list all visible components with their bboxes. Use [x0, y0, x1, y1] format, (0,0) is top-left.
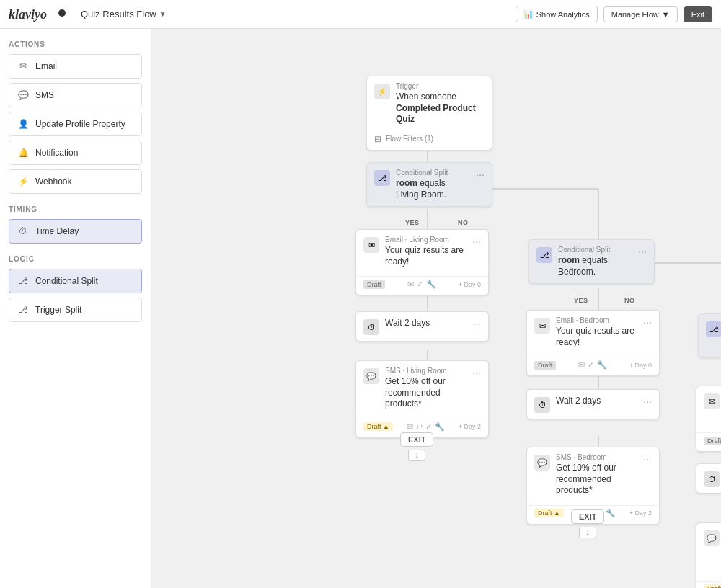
email-living-action2[interactable]: ✓ — [417, 280, 423, 289]
exit-button[interactable]: Exit — [684, 6, 712, 22]
split2-node[interactable]: ⎇ Conditional Split room equals Bedroom.… — [528, 239, 655, 284]
split1-node[interactable]: ⎇ Conditional Split room equals Living R… — [366, 162, 492, 207]
time-delay-icon: ⏱ — [17, 225, 30, 238]
profile-icon: 👤 — [17, 117, 30, 130]
sms-kitchen-icon: 💬 — [704, 530, 720, 546]
email-kitchen-badge: Draft — [704, 437, 721, 445]
sms-living-node[interactable]: 💬 SMS · Living Room Get 10% off our reco… — [355, 360, 489, 438]
email-bedroom-a2[interactable]: ✓ — [588, 360, 594, 370]
wait2-icon: ⏱ — [534, 397, 550, 413]
flow-title[interactable]: Quiz Results Flow ▼ — [81, 9, 167, 19]
svg-text:klaviyo: klaviyo — [9, 7, 47, 22]
sms-bedroom-more[interactable]: ··· — [643, 453, 652, 465]
email-bedroom-title: Your quiz results are ready! — [556, 326, 637, 348]
trigger-title: When someone Completed Product Quiz — [396, 92, 485, 125]
split1-label: Conditional Split — [396, 169, 470, 177]
split3-node[interactable]: ⎇ Conditional Split room equals Kitchen.… — [698, 313, 721, 358]
trigger-split-icon: ⎇ — [17, 303, 30, 316]
email-bedroom-more[interactable]: ··· — [643, 316, 652, 328]
sidebar-item-sms[interactable]: 💬 SMS — [9, 83, 142, 107]
flow-filter[interactable]: ⊟ Flow Filters (1) — [367, 131, 492, 150]
sms-living-icon: 💬 — [363, 368, 379, 384]
conditional-split-icon: ⎇ — [17, 275, 30, 288]
email-kitchen-node[interactable]: ✉ Email · Kitchen Your quiz results are … — [696, 386, 721, 452]
sms-living-label: SMS · Living Room — [385, 367, 466, 375]
timing-section: TIMING ⏱ Time Delay — [9, 205, 142, 244]
sidebar-item-webhook[interactable]: ⚡ Webhook — [9, 169, 142, 194]
wait1-title: Wait 2 days — [385, 318, 466, 329]
email-living-day: + Day 0 — [459, 281, 481, 288]
wait2-more[interactable]: ··· — [643, 396, 652, 407]
sidebar-item-email[interactable]: ✉ Email — [9, 54, 142, 79]
sms-icon: 💬 — [17, 89, 30, 102]
sms-kitchen-badge: Draft ▲ — [704, 584, 721, 588]
wait3-node[interactable]: ⏱ Wait 2 days ··· — [696, 463, 721, 494]
email-bedroom-node[interactable]: ✉ Email · Bedroom Your quiz results are … — [526, 310, 660, 376]
exit1-arrow: ⤓ — [408, 450, 425, 461]
sms-bedroom-day: + Day 2 — [629, 509, 652, 517]
email-bedroom-day: + Day 0 — [629, 362, 652, 369]
exit1-node[interactable]: EXIT ⤓ — [400, 432, 433, 461]
email-bedroom-a3[interactable]: 🔧 — [597, 360, 607, 370]
canvas[interactable]: ⚡ Trigger When someone Completed Product… — [151, 29, 721, 588]
sidebar-item-conditional-split[interactable]: ⎇ Conditional Split — [9, 269, 142, 293]
exit2-box: EXIT — [571, 509, 604, 524]
sms-living-more[interactable]: ··· — [472, 367, 481, 378]
wait2-title: Wait 2 days — [556, 396, 637, 407]
email-living-title: Your quiz results are ready! — [385, 245, 466, 267]
sms-living-action1[interactable]: ✉ — [407, 422, 413, 432]
actions-section: ACTIONS ✉ Email 💬 SMS 👤 Update Profile P… — [9, 40, 142, 194]
logic-section: LOGIC ⎇ Conditional Split ⎇ Trigger Spli… — [9, 255, 142, 322]
split2-icon: ⎇ — [536, 247, 552, 263]
filter-icon: ⊟ — [374, 134, 381, 144]
split2-no-label: NO — [624, 297, 635, 304]
show-analytics-button[interactable]: 📊 Show Analytics — [516, 6, 598, 22]
email-bedroom-a1[interactable]: ✉ — [578, 360, 585, 370]
manage-flow-button[interactable]: Manage Flow ▼ — [603, 6, 678, 22]
wait2-node[interactable]: ⏱ Wait 2 days ··· — [526, 389, 660, 419]
split2-condition: room equals Bedroom. — [558, 255, 632, 277]
sidebar-item-time-delay[interactable]: ⏱ Time Delay — [9, 219, 142, 244]
sidebar-item-update-profile[interactable]: 👤 Update Profile Property — [9, 112, 142, 136]
canvas-inner: ⚡ Trigger When someone Completed Product… — [166, 43, 721, 588]
wait1-more[interactable]: ··· — [472, 318, 481, 329]
sms-bedroom-a4[interactable]: 🔧 — [606, 509, 616, 518]
email-living-more[interactable]: ··· — [472, 236, 481, 247]
actions-title: ACTIONS — [9, 40, 142, 48]
sms-living-action3[interactable]: ✓ — [425, 422, 432, 432]
trigger-node[interactable]: ⚡ Trigger When someone Completed Product… — [366, 76, 492, 151]
sidebar: ACTIONS ✉ Email 💬 SMS 👤 Update Profile P… — [0, 29, 151, 588]
exit2-arrow: ⤓ — [579, 527, 596, 538]
svg-point-1 — [58, 9, 66, 17]
sms-bedroom-icon: 💬 — [534, 455, 550, 471]
timing-title: TIMING — [9, 205, 142, 213]
sms-bedroom-title: Get 10% off our recommended products* — [556, 463, 637, 496]
sms-living-action4[interactable]: 🔧 — [435, 422, 445, 432]
sidebar-item-trigger-split[interactable]: ⎇ Trigger Split — [9, 298, 142, 322]
sidebar-item-notification[interactable]: 🔔 Notification — [9, 141, 142, 165]
wait1-icon: ⏱ — [363, 319, 379, 335]
split1-no-label: NO — [458, 219, 469, 226]
wait1-node[interactable]: ⏱ Wait 2 days ··· — [355, 311, 489, 342]
split1-condition: room equals Living Room. — [396, 178, 470, 200]
exit2-node[interactable]: EXIT ⤓ — [571, 509, 604, 538]
split1-icon: ⎇ — [374, 170, 390, 186]
analytics-icon: 📊 — [523, 9, 534, 19]
sms-kitchen-node[interactable]: 💬 SMS · Kitchen Get 10% off our recommen… — [696, 522, 721, 588]
email-living-action3[interactable]: 🔧 — [426, 280, 436, 289]
sms-living-action2[interactable]: ↩ — [416, 422, 423, 432]
notification-icon: 🔔 — [17, 146, 30, 159]
sms-bedroom-label: SMS · Bedroom — [556, 453, 637, 461]
topbar-right: 📊 Show Analytics Manage Flow ▼ Exit — [516, 6, 712, 22]
split3-icon: ⎇ — [706, 321, 721, 337]
email-icon: ✉ — [17, 60, 30, 73]
email-living-action1[interactable]: ✉ — [407, 280, 414, 289]
sms-living-title: Get 10% off our recommended products* — [385, 376, 466, 410]
split2-label: Conditional Split — [558, 246, 632, 254]
email-living-label: Email · Living Room — [385, 236, 466, 244]
split2-more[interactable]: ··· — [638, 246, 647, 257]
main-layout: ACTIONS ✉ Email 💬 SMS 👤 Update Profile P… — [0, 29, 721, 588]
split1-more[interactable]: ··· — [476, 169, 485, 180]
email-living-node[interactable]: ✉ Email · Living Room Your quiz results … — [355, 229, 489, 295]
exit1-box: EXIT — [400, 432, 433, 447]
